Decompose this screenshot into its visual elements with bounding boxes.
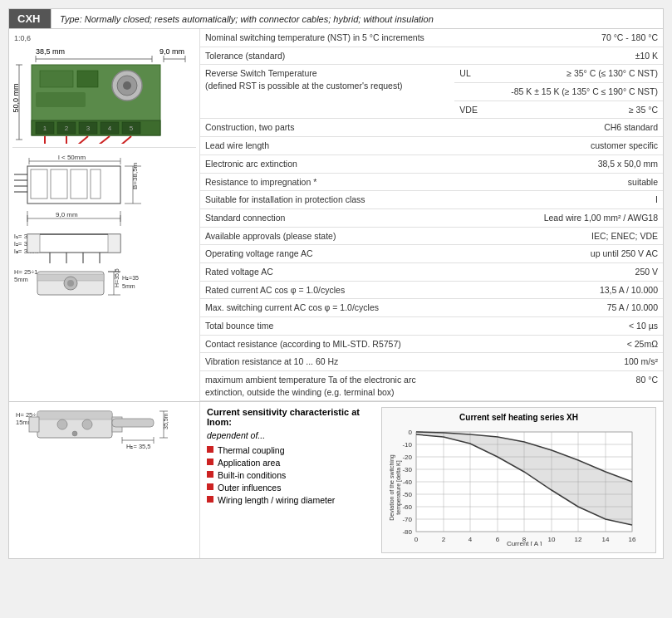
svg-point-87 (72, 431, 77, 436)
svg-rect-40 (91, 169, 101, 199)
page: CXH Type: Normally closed; resets automa… (8, 8, 664, 559)
svg-text:-40: -40 (402, 478, 412, 486)
header-bar: CXH Type: Normally closed; resets automa… (9, 9, 663, 29)
svg-rect-10 (40, 71, 73, 87)
svg-text:B=38,5m: B=38,5m (131, 162, 139, 189)
spec-row-conn: Standard connection Lead wire 1,00 mm² /… (200, 208, 663, 227)
spec-row-max-switch: Max. switching current AC cos φ = 1.0/cy… (200, 299, 663, 317)
spec-label-bounce: Total bounce time (200, 317, 454, 336)
bullet-label-builtin: Built-in conditions (218, 470, 286, 480)
svg-text:Deviation of the switching: Deviation of the switching (389, 455, 395, 521)
bottom-right: Current sensitivity characteristic at In… (200, 402, 663, 558)
spec-value-vde: ≥ 35 °C (492, 101, 663, 119)
bullet-sq-builtin (207, 471, 213, 478)
svg-text:5mm: 5mm (122, 283, 135, 289)
spec-value-tol: ±10 K (492, 47, 663, 65)
bottom-section: H= 25÷ 15mm H₂= 35,5 (9, 401, 663, 558)
left-panel: 1:0,6 38,5 mm 9,0 mm (9, 29, 200, 401)
svg-rect-37 (31, 169, 47, 199)
spec-label-protect: Suitable for installation in protection … (200, 191, 454, 209)
spec-label-arc: Electronic arc extinction (200, 154, 454, 173)
spec-label-voltage-range: Operating voltage range AC (200, 245, 454, 263)
dim-top: 38,5 mm 9,0 mm (12, 46, 196, 61)
svg-line-29 (77, 136, 88, 144)
spec-row-nst: Nominal switching temperature (NST) in 5… (200, 29, 663, 47)
svg-line-30 (98, 136, 110, 144)
svg-text:-30: -30 (402, 466, 412, 473)
bullet-wiring: Wiring length / wiring diameter (207, 495, 373, 505)
bullet-label-application: Application area (218, 458, 280, 468)
spec-label-rated-v: Rated voltage AC (200, 262, 454, 281)
specs-table: Nominal switching temperature (NST) in 5… (200, 29, 663, 401)
spec-value-voltage-range: up until 250 V AC (492, 245, 663, 263)
spec-label-conn: Standard connection (200, 208, 454, 227)
spec-row-voltage-range: Operating voltage range AC up until 250 … (200, 245, 663, 263)
svg-text:6: 6 (496, 536, 500, 543)
right-panel: Nominal switching temperature (NST) in 5… (200, 29, 663, 401)
svg-text:-80: -80 (402, 528, 412, 536)
spec-mid-rst-ul: UL (454, 65, 492, 83)
spec-value-vibration: 100 m/s² (492, 353, 663, 371)
svg-point-85 (57, 419, 67, 429)
svg-text:l < 50mm: l < 50mm (58, 154, 86, 161)
svg-text:-70: -70 (402, 516, 412, 523)
product-label: CXH (9, 9, 51, 28)
spec-label-rated-a: Rated current AC cos φ = 1.0/cycles (200, 281, 454, 299)
svg-rect-39 (71, 169, 87, 199)
spec-label-max-switch: Max. switching current AC cos φ = 1.0/cy… (200, 299, 454, 317)
spec-label-approvals: Available approvals (please state) (200, 227, 454, 245)
spec-label-leadwire: Lead wire length (200, 137, 454, 155)
spec-label-tol: Tolerance (standard) (200, 47, 454, 65)
svg-rect-58 (27, 234, 120, 253)
svg-text:temperature [delta K]: temperature [delta K] (395, 461, 402, 515)
spec-value-nst: 70 °C - 180 °C (492, 29, 663, 47)
svg-text:0: 0 (409, 429, 413, 436)
spec-label-contact: Contact resistance (according to MIL-STD… (200, 335, 454, 353)
spec-value-rated-v: 250 V (492, 262, 663, 281)
spec-row-vibration: Vibration resistance at 10 ... 60 Hz 100… (200, 353, 663, 371)
svg-rect-83 (29, 417, 39, 432)
spec-label-construction: Construction, two parts (200, 119, 454, 137)
bullet-builtin: Built-in conditions (207, 470, 373, 480)
bullet-label-thermal: Thermal coupling (218, 445, 285, 455)
svg-text:2: 2 (65, 125, 69, 132)
svg-text:-60: -60 (402, 503, 412, 511)
spec-label-ambient: maximum ambient temperature Ta of the el… (200, 371, 454, 401)
spec-value-conn: Lead wire 1,00 mm² / AWG18 (492, 208, 663, 227)
spec-value-impreg: suitable (492, 173, 663, 191)
spec-label-rst: Reverse Switch Temperature (defined RST … (200, 65, 454, 119)
svg-text:H=35,5: H=35,5 (114, 268, 120, 287)
svg-rect-12 (36, 92, 86, 107)
svg-text:4: 4 (468, 536, 473, 543)
spec-value-rated-a: 13,5 A / 10.000 (492, 281, 663, 299)
svg-text:12: 12 (575, 536, 582, 543)
bullet-outer: Outer influences (207, 483, 373, 493)
spec-label-nst: Nominal switching temperature (NST) in 5… (200, 29, 454, 47)
spec-row-ambient: maximum ambient temperature Ta of the el… (200, 371, 663, 401)
spec-row-arc: Electronic arc extinction 38,5 x 50,0 mm (200, 154, 663, 173)
dim-lines-top (12, 54, 187, 66)
svg-text:9,0 mm: 9,0 mm (56, 211, 78, 218)
spec-value-leadwire: customer specific (492, 137, 663, 155)
svg-text:-20: -20 (402, 454, 412, 461)
bullet-sq-application (207, 459, 213, 465)
svg-rect-59 (27, 234, 40, 253)
spec-row-leadwire: Lead wire length customer specific (200, 137, 663, 155)
spec-value-construction: CH6 standard (492, 119, 663, 137)
spec-value-rst2: -85 K ± 15 K (≥ 135° C ≤ 190° C NST) (492, 83, 663, 101)
svg-point-15 (123, 81, 131, 90)
bullet-label-wiring: Wiring length / wiring diameter (218, 495, 335, 505)
spec-row-rated-v: Rated voltage AC 250 V (200, 262, 663, 281)
spec-value-contact: < 25mΩ (492, 335, 663, 353)
svg-rect-38 (51, 169, 67, 199)
schematic-svg: l < 50mm B=38 (12, 151, 194, 317)
spec-value-max-switch: 75 A / 10.000 (492, 299, 663, 317)
spec-value-ambient: 80 °C (492, 371, 663, 401)
spec-mid-nst (454, 29, 492, 47)
bullet-sq-outer (207, 483, 213, 490)
svg-text:4: 4 (108, 125, 112, 132)
spec-value-arc: 38,5 x 50,0 mm (492, 154, 663, 173)
spec-value-approvals: IEC; ENEC; VDE (492, 227, 663, 245)
bottom-left-diagrams: H= 25÷ 15mm H₂= 35,5 (9, 402, 200, 558)
spec-row-rated-a: Rated current AC cos φ = 1.0/cycles 13,5… (200, 281, 663, 299)
